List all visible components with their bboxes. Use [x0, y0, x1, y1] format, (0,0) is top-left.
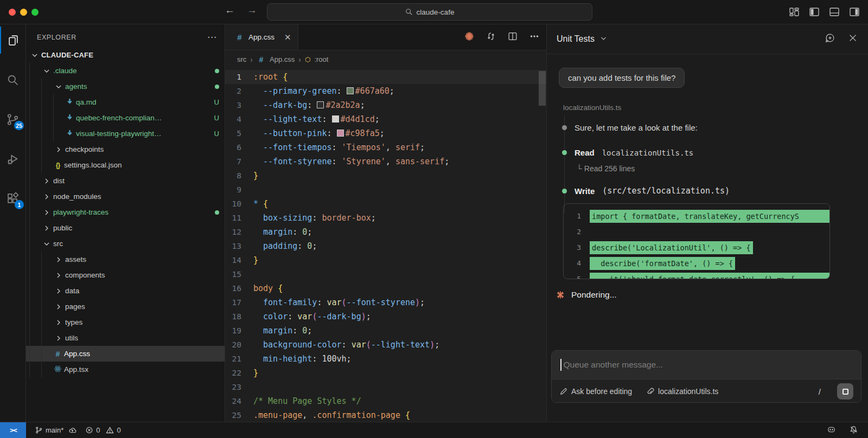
- tree-item-app.tsx[interactable]: App.tsx: [26, 362, 225, 377]
- more-actions-icon[interactable]: [529, 31, 540, 44]
- toggle-secondary-sidebar-icon[interactable]: [848, 6, 860, 18]
- open-changes-icon[interactable]: [486, 31, 496, 44]
- code-line[interactable]: 6 --font-tiempos: 'Tiempos', serif;: [225, 140, 546, 154]
- diff-code-block[interactable]: 1import { formatDate, translateKey, getC…: [563, 203, 830, 279]
- tool-call-read[interactable]: Read localizationUtils.ts: [562, 148, 693, 157]
- code-line[interactable]: 15: [225, 267, 546, 281]
- tree-item-data[interactable]: data: [26, 283, 225, 299]
- source-control-view-icon[interactable]: 25: [0, 106, 25, 133]
- search-view-icon[interactable]: [0, 66, 25, 93]
- code-line[interactable]: 12 margin: 0;: [225, 225, 546, 239]
- code-line[interactable]: 3 --dark-bg: #2a2b2a;: [225, 98, 546, 112]
- tree-item-playwright-traces[interactable]: playwright-traces: [26, 204, 225, 220]
- close-panel-icon[interactable]: [847, 33, 858, 46]
- new-chat-icon[interactable]: [825, 33, 835, 46]
- color-swatch[interactable]: [347, 87, 354, 94]
- tree-item-components[interactable]: components: [26, 267, 225, 283]
- code-line[interactable]: 11 box-sizing: border-box;: [225, 211, 546, 225]
- tree-item-types[interactable]: types: [26, 314, 225, 330]
- code-line[interactable]: 1:root {: [225, 70, 546, 84]
- code-line[interactable]: 4 --light-text: #d4d1cd;: [225, 112, 546, 126]
- extensions-view-icon[interactable]: 1: [0, 185, 25, 212]
- code-line[interactable]: 20 background-color: var(--light-text);: [225, 338, 546, 352]
- color-swatch[interactable]: [337, 130, 344, 137]
- run-debug-view-icon[interactable]: [0, 145, 25, 172]
- code-line[interactable]: 9: [225, 183, 546, 197]
- context-file-label[interactable]: localizationUtils.ts: [563, 104, 621, 112]
- code-area[interactable]: 1:root {2 --primary-green: #667a60;3 --d…: [225, 68, 546, 422]
- tree-item-pages[interactable]: pages: [26, 299, 225, 314]
- editor-scrollbar[interactable]: [539, 71, 546, 106]
- chat-input-toolbar: Ask before editing localizationUtils.ts …: [552, 379, 861, 403]
- tree-item-src[interactable]: src: [26, 236, 225, 252]
- problems-item[interactable]: 0 0: [85, 426, 120, 434]
- remote-indicator[interactable]: ><: [0, 422, 26, 438]
- code-line[interactable]: 10* {: [225, 197, 546, 211]
- tree-item-quebec-french-complian[interactable]: quebec-french-complian…U: [26, 110, 225, 126]
- permission-mode-selector[interactable]: Ask before editing: [559, 387, 632, 396]
- tree-item-claude-cafe[interactable]: CLAUDE-CAFE: [26, 47, 225, 63]
- tree-item-.claude[interactable]: .claude: [26, 63, 225, 79]
- tab-app-css[interactable]: # App.css ✕: [225, 24, 298, 50]
- back-arrow-icon[interactable]: ←: [225, 4, 235, 16]
- tree-item-settings.local.json[interactable]: {}settings.local.json: [26, 157, 225, 173]
- tool-arg: localizationUtils.ts: [602, 149, 694, 157]
- command-center-search[interactable]: claude-cafe: [267, 3, 592, 21]
- code-line[interactable]: 21 min-height: 100vh;: [225, 352, 546, 366]
- tree-item-assets[interactable]: assets: [26, 252, 225, 267]
- code-line[interactable]: 25.menu-page, .confirmation-page {: [225, 408, 546, 422]
- code-line[interactable]: 5 --button-pink: #c98fa5;: [225, 126, 546, 140]
- notifications-muted-icon[interactable]: [849, 425, 858, 436]
- vscode-window: ← → claude-cafe 25: [0, 0, 868, 438]
- code-line[interactable]: 16body {: [225, 281, 546, 295]
- claude-code-icon[interactable]: [464, 31, 475, 44]
- chevron-down-icon[interactable]: [600, 34, 607, 44]
- tool-call-write[interactable]: Write (src/test/localization.ts): [562, 186, 730, 196]
- customize-layout-icon[interactable]: [788, 6, 800, 18]
- toggle-panel-icon[interactable]: [828, 6, 840, 18]
- code-line[interactable]: 8}: [225, 169, 546, 183]
- slash-command-hint[interactable]: /: [819, 387, 833, 396]
- tab-close-icon[interactable]: ✕: [284, 33, 291, 42]
- tree-item-qa.md[interactable]: qa.mdU: [26, 94, 225, 110]
- toggle-primary-sidebar-icon[interactable]: [808, 6, 820, 18]
- zoom-window-button[interactable]: [31, 9, 39, 16]
- tree-item-utils[interactable]: utils: [26, 330, 225, 346]
- forward-arrow-icon[interactable]: →: [247, 4, 257, 16]
- status-text: Pondering...: [571, 290, 617, 300]
- tree-item-agents[interactable]: agents: [26, 79, 225, 94]
- explorer-more-actions-icon[interactable]: ⋯: [207, 31, 217, 43]
- code-line[interactable]: 23: [225, 380, 546, 394]
- breadcrumb-symbol[interactable]: :root: [314, 55, 328, 63]
- code-line[interactable]: 13 padding: 0;: [225, 239, 546, 253]
- code-line[interactable]: 18 color: var(--dark-bg);: [225, 310, 546, 324]
- explorer-view-icon[interactable]: [0, 27, 25, 54]
- copilot-icon[interactable]: [827, 425, 836, 436]
- tree-item-app.css[interactable]: #App.css: [26, 346, 225, 362]
- tree-item-public[interactable]: public: [26, 220, 225, 236]
- code-line[interactable]: 22}: [225, 366, 546, 380]
- tree-item-checkpoints[interactable]: checkpoints: [26, 141, 225, 157]
- code-line[interactable]: 19 margin: 0;: [225, 324, 546, 338]
- chat-input[interactable]: Queue another message...: [552, 351, 861, 379]
- code-line[interactable]: 7 --font-styrene: 'Styrene', sans-serif;: [225, 154, 546, 169]
- tree-item-nodemodules[interactable]: node_modules: [26, 189, 225, 204]
- code-line[interactable]: 14}: [225, 253, 546, 267]
- minimize-window-button[interactable]: [20, 9, 27, 16]
- close-window-button[interactable]: [9, 9, 16, 16]
- color-swatch[interactable]: [317, 101, 324, 108]
- color-swatch[interactable]: [332, 115, 339, 123]
- breadcrumb-file[interactable]: App.css: [270, 55, 295, 63]
- git-branch-item[interactable]: main*: [35, 426, 76, 434]
- code-line[interactable]: 24/* Menu Page Styles */: [225, 394, 546, 408]
- breadcrumb-folder[interactable]: src: [237, 55, 246, 63]
- code-line[interactable]: 2 --primary-green: #667a60;: [225, 84, 546, 98]
- tree-item-visual-testing-playwright[interactable]: visual-testing-playwright…U: [26, 126, 225, 141]
- tree-item-dist[interactable]: dist: [26, 173, 225, 189]
- code-line[interactable]: 17 font-family: var(--font-styrene);: [225, 295, 546, 310]
- tool-name: Write: [575, 186, 595, 196]
- split-editor-icon[interactable]: [507, 31, 518, 44]
- panel-title[interactable]: Unit Tests: [557, 34, 595, 44]
- stop-button[interactable]: [837, 383, 853, 400]
- attachment-chip[interactable]: localizationUtils.ts: [646, 387, 718, 396]
